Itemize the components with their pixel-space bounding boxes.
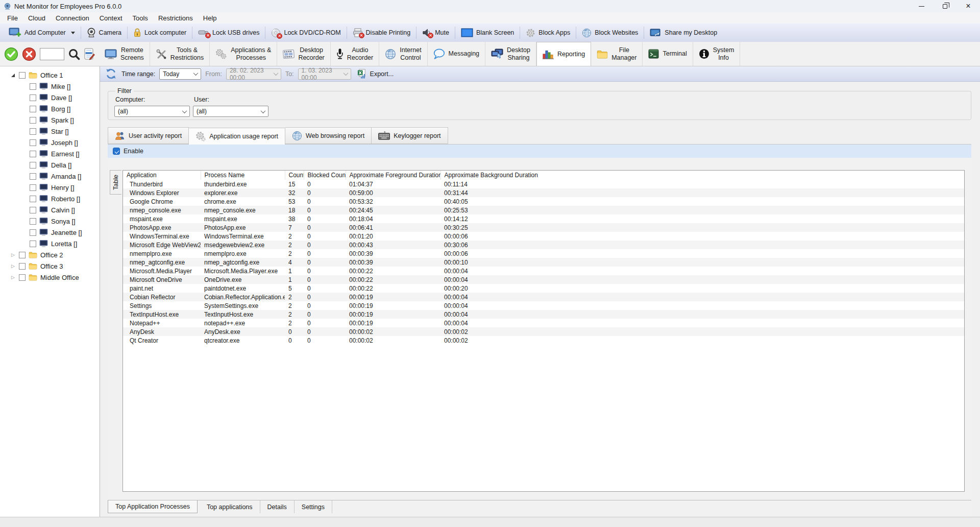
checkbox[interactable] <box>30 83 36 90</box>
tab-top-applications[interactable]: Top applications <box>200 500 260 513</box>
tree-group-office-3[interactable]: ▷ Office 3 <box>0 260 100 272</box>
table-row[interactable]: Thunderbird thunderbird.exe 15 0 01:04:3… <box>123 180 964 188</box>
checkbox[interactable] <box>30 184 36 191</box>
table-row[interactable]: Microsoft.Media.Player Microsoft.Media.P… <box>123 267 964 275</box>
tab-internet-control[interactable]: Internet Control <box>379 42 427 66</box>
tree-group-office-1[interactable]: Office 1 <box>0 69 100 81</box>
close-button[interactable]: × <box>957 0 980 12</box>
expander-closed-icon[interactable]: ▷ <box>10 264 16 269</box>
tree-computer-item[interactable]: Henry [] <box>0 182 100 193</box>
connect-ok-icon[interactable] <box>4 47 18 61</box>
tab-desktop-sharing[interactable]: Desktop Sharing <box>485 42 536 66</box>
tree-computer-item[interactable]: Sonya [] <box>0 215 100 227</box>
table-row[interactable]: Notepad++ notepad++.exe 2 0 00:00:19 00:… <box>123 319 964 327</box>
table-row[interactable]: PhotosApp.exe PhotosApp.exe 7 0 00:06:41… <box>123 223 964 232</box>
checkbox[interactable] <box>19 252 26 258</box>
checkbox[interactable] <box>30 106 36 112</box>
table-row[interactable]: Windows Explorer explorer.exe 32 0 00:59… <box>123 188 964 197</box>
checkbox[interactable] <box>30 94 36 101</box>
checkbox[interactable] <box>30 241 36 247</box>
checkbox[interactable] <box>19 72 26 79</box>
blank-screen-button[interactable]: Blank Screen <box>455 25 520 40</box>
computer-filter-select[interactable]: (all) <box>114 106 190 117</box>
checkbox[interactable] <box>30 128 36 135</box>
tab-desktop-recorder[interactable]: Desktop Recorder <box>277 42 330 66</box>
checkbox[interactable] <box>30 229 36 236</box>
tab-settings[interactable]: Settings <box>295 500 332 513</box>
menu-item[interactable]: File <box>2 12 23 23</box>
tree-computer-item[interactable]: Joseph [] <box>0 137 100 148</box>
tab-top-application-processes[interactable]: Top Application Processes <box>108 500 198 513</box>
tab-audio-recorder[interactable]: Audio Recorder <box>331 42 379 66</box>
search-icon[interactable] <box>68 48 80 60</box>
lock-dvd-button[interactable]: ✕ Lock DVD/CD-ROM <box>265 25 346 40</box>
tree-group-middle-office[interactable]: ▷ Middle Office <box>0 272 100 283</box>
table-row[interactable]: AnyDesk AnyDesk.exe 0 0 00:00:02 00:00:0… <box>123 327 964 336</box>
table-row[interactable]: TextInputHost.exe TextInputHost.exe 2 0 … <box>123 310 964 319</box>
share-desktop-button[interactable]: Share my Desktop <box>644 25 723 40</box>
search-input[interactable] <box>40 48 64 60</box>
user-filter-select[interactable]: (all) <box>193 106 268 117</box>
tab-terminal[interactable]: Terminal <box>643 42 693 66</box>
table-row[interactable]: Cobian Reflector Cobian.Reflector.Applic… <box>123 293 964 301</box>
tree-computer-item[interactable]: Amanda [] <box>0 171 100 182</box>
column-header[interactable]: Approximate Foreground Duration <box>346 171 440 180</box>
table-row[interactable]: paint.net paintdotnet.exe 5 0 00:00:22 0… <box>123 284 964 293</box>
tab-reporting[interactable]: Reporting <box>536 42 591 66</box>
checkbox[interactable] <box>30 196 36 202</box>
table-row[interactable]: Microsoft OneDrive OneDrive.exe 1 0 00:0… <box>123 275 964 284</box>
checkbox[interactable] <box>30 117 36 124</box>
tree-computer-item[interactable]: Dave [] <box>0 92 100 103</box>
column-header[interactable]: Count <box>285 171 304 180</box>
disable-printing-button[interactable]: ✕ Disable Printing <box>347 25 416 40</box>
tab-applications-processes[interactable]: Applications & Processes <box>210 42 277 66</box>
tree-computer-item[interactable]: Loretta [] <box>0 238 100 249</box>
block-apps-button[interactable]: Block Apps <box>520 25 576 40</box>
column-header[interactable]: Blocked Count <box>304 171 346 180</box>
checkbox[interactable] <box>30 162 36 169</box>
table-row[interactable]: mspaint.exe mspaint.exe 38 0 00:18:04 00… <box>123 214 964 223</box>
expander-closed-icon[interactable]: ▷ <box>10 252 16 257</box>
tree-computer-item[interactable]: Star [] <box>0 126 100 137</box>
menu-item[interactable]: Connection <box>51 12 94 23</box>
tree-computer-item[interactable]: Jeanette [] <box>0 227 100 238</box>
tab-details[interactable]: Details <box>260 500 295 513</box>
expander-open-icon[interactable] <box>10 74 16 77</box>
checkbox[interactable] <box>30 139 36 146</box>
column-header[interactable]: Application <box>123 171 201 180</box>
enable-checkbox[interactable] <box>113 148 120 155</box>
tab-web-browsing-report[interactable]: Web browsing report <box>285 127 372 144</box>
tree-computer-item[interactable]: Earnest [] <box>0 148 100 159</box>
checkbox[interactable] <box>19 263 26 270</box>
table-row[interactable]: nmemplpro.exe nmemplpro.exe 2 0 00:00:39… <box>123 249 964 258</box>
block-websites-button[interactable]: Block Websites <box>576 25 644 40</box>
refresh-icon[interactable] <box>105 68 117 80</box>
menu-item[interactable]: Help <box>198 12 222 23</box>
menu-item[interactable]: Restrictions <box>153 12 198 23</box>
table-row[interactable]: nmep_agtconfig.exe nmep_agtconfig.exe 4 … <box>123 258 964 267</box>
tab-file-manager[interactable]: File Manager <box>591 42 643 66</box>
time-range-select[interactable]: Today <box>159 68 201 80</box>
table-row[interactable]: Qt Creator qtcreator.exe 0 0 00:00:02 00… <box>123 336 964 345</box>
checkbox[interactable] <box>30 173 36 180</box>
menu-item[interactable]: Tools <box>128 12 153 23</box>
table-row[interactable]: nmep_console.exe nmep_console.exe 18 0 0… <box>123 206 964 214</box>
tab-user-activity-report[interactable]: User activity report <box>108 127 189 144</box>
menu-item[interactable]: Cloud <box>23 12 51 23</box>
tree-computer-item[interactable]: Della [] <box>0 159 100 171</box>
tree-computer-item[interactable]: Borg [] <box>0 103 100 114</box>
disconnect-icon[interactable] <box>22 47 36 61</box>
table-row[interactable]: WindowsTerminal.exe WindowsTerminal.exe … <box>123 232 964 241</box>
table-row[interactable]: Google Chrome chrome.exe 53 0 00:53:32 0… <box>123 197 964 206</box>
export-button[interactable]: Export... <box>355 68 396 80</box>
add-computer-button[interactable]: Add Computer <box>3 25 81 40</box>
tree-computer-item[interactable]: Mike [] <box>0 81 100 92</box>
tree-computer-item[interactable]: Spark [] <box>0 114 100 126</box>
column-header[interactable]: Approximate Background Duration <box>440 171 964 180</box>
tab-application-usage-report[interactable]: Application usage report <box>189 128 285 145</box>
mute-button[interactable]: ✕ Mute <box>416 25 455 40</box>
table-side-tab[interactable]: Table <box>110 170 121 195</box>
checkbox[interactable] <box>30 218 36 225</box>
camera-button[interactable]: Camera <box>81 25 127 40</box>
table-row[interactable]: Settings SystemSettings.exe 2 0 00:00:19… <box>123 301 964 310</box>
